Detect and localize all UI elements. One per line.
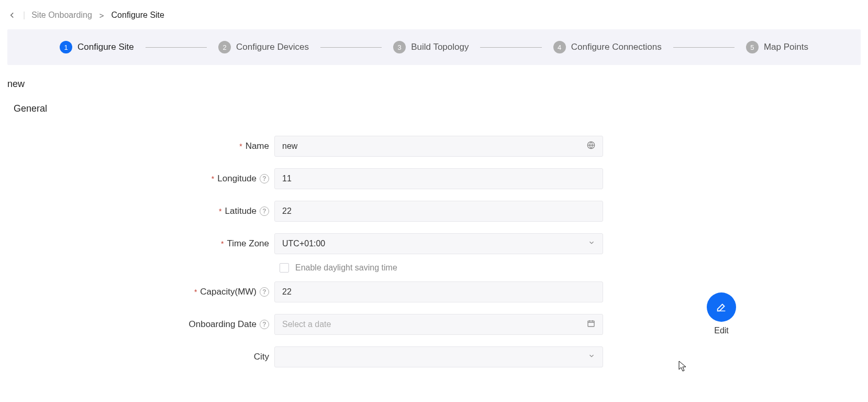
help-icon[interactable]: ?: [260, 287, 269, 297]
required-star: *: [219, 208, 221, 215]
step-connector: [480, 47, 541, 48]
step-build-topology[interactable]: 3 Build Topology: [393, 41, 469, 53]
edit-button[interactable]: Edit: [707, 292, 736, 335]
wizard-steps: 1 Configure Site 2 Configure Devices 3 B…: [7, 29, 861, 65]
onboarding-date-input[interactable]: Select a date: [274, 314, 603, 335]
step-number: 2: [218, 41, 231, 53]
form-row-dst: Enable daylight saving time: [0, 260, 868, 276]
edit-icon: [707, 292, 736, 322]
step-number: 1: [60, 41, 72, 53]
step-connector: [146, 47, 207, 48]
breadcrumb-divider: |: [23, 10, 25, 20]
form-general: * Name new * Longitude ? 11 * L: [0, 118, 868, 373]
step-label: Configure Site: [77, 42, 134, 52]
label-dst: Enable daylight saving time: [295, 263, 397, 273]
form-row-onboarding-date: Onboarding Date ? Select a date: [0, 308, 868, 341]
step-configure-connections[interactable]: 4 Configure Connections: [553, 41, 662, 53]
breadcrumb-parent[interactable]: Site Onboarding: [31, 10, 92, 20]
edit-label: Edit: [714, 326, 729, 335]
page-title: new: [0, 65, 868, 94]
step-number: 5: [746, 41, 759, 53]
step-configure-site[interactable]: 1 Configure Site: [60, 41, 134, 53]
required-star: *: [239, 143, 242, 150]
step-label: Configure Connections: [571, 42, 662, 52]
section-title: General: [0, 94, 868, 118]
step-label: Build Topology: [411, 42, 469, 52]
latitude-input[interactable]: 22: [274, 201, 603, 222]
svg-rect-1: [588, 321, 594, 327]
form-row-name: * Name new: [0, 130, 868, 162]
step-configure-devices[interactable]: 2 Configure Devices: [218, 41, 309, 53]
chevron-down-icon: [588, 352, 595, 362]
chevron-right-icon: >: [99, 11, 104, 20]
chevron-down-icon: [588, 239, 595, 248]
form-row-latitude: * Latitude ? 22: [0, 195, 868, 227]
form-row-timezone: * Time Zone UTC+01:00: [0, 227, 868, 260]
step-number: 3: [393, 41, 406, 53]
label-onboarding-date: Onboarding Date: [189, 319, 257, 330]
label-city: City: [254, 352, 269, 362]
label-name: Name: [246, 141, 269, 151]
breadcrumb: | Site Onboarding > Configure Site: [0, 0, 868, 26]
step-label: Map Points: [764, 42, 808, 52]
longitude-input[interactable]: 11: [274, 168, 603, 189]
city-select[interactable]: [274, 346, 603, 367]
globe-icon[interactable]: [587, 141, 595, 151]
capacity-input[interactable]: 22: [274, 281, 603, 302]
step-connector: [673, 47, 735, 48]
label-timezone: Time Zone: [227, 238, 269, 249]
step-number: 4: [553, 41, 566, 53]
name-input[interactable]: new: [274, 136, 603, 157]
label-capacity: Capacity(MW): [200, 287, 257, 297]
required-star: *: [212, 175, 214, 182]
form-row-city: City: [0, 341, 868, 373]
help-icon[interactable]: ?: [260, 320, 269, 329]
back-arrow-icon[interactable]: [7, 10, 17, 20]
required-star: *: [194, 288, 197, 296]
label-longitude: Longitude: [217, 173, 257, 184]
step-map-points[interactable]: 5 Map Points: [746, 41, 808, 53]
step-connector: [320, 47, 382, 48]
form-row-capacity: * Capacity(MW) ? 22: [0, 276, 868, 308]
help-icon[interactable]: ?: [260, 207, 269, 216]
step-label: Configure Devices: [236, 42, 309, 52]
breadcrumb-current: Configure Site: [112, 10, 164, 20]
required-star: *: [221, 240, 224, 247]
help-icon[interactable]: ?: [260, 174, 269, 183]
label-latitude: Latitude: [225, 206, 257, 216]
form-row-longitude: * Longitude ? 11: [0, 162, 868, 195]
dst-checkbox[interactable]: [280, 263, 289, 273]
timezone-select[interactable]: UTC+01:00: [274, 233, 603, 254]
calendar-icon: [587, 319, 595, 330]
